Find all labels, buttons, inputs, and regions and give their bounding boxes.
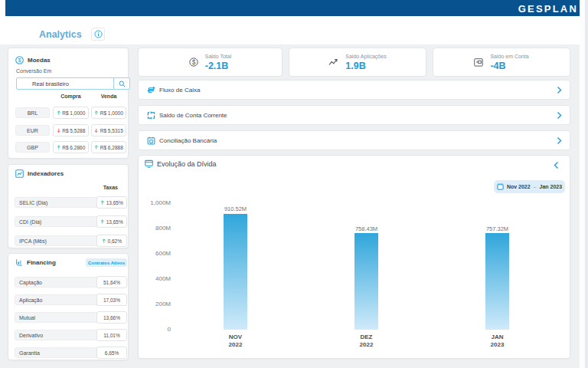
svg-text:$: $: [18, 57, 21, 64]
svg-text:$: $: [191, 58, 195, 66]
